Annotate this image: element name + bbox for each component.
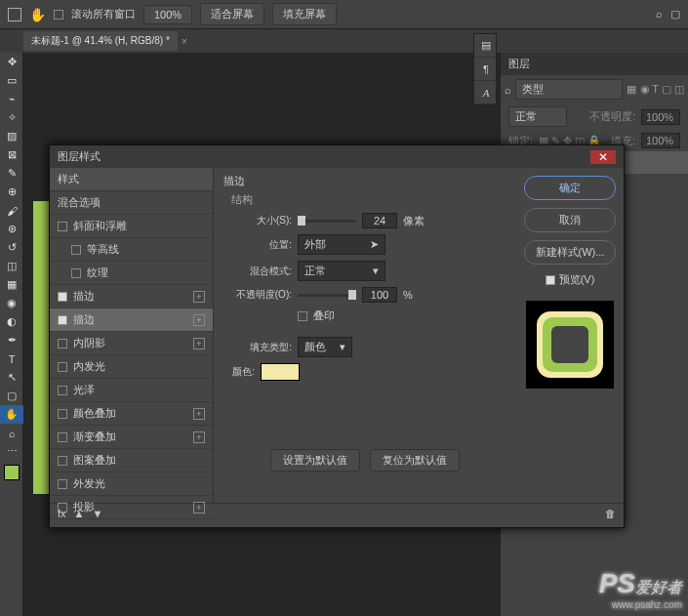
move-tool[interactable]: ✥ <box>0 53 23 71</box>
style-item[interactable]: 外发光 <box>50 472 213 496</box>
home-icon[interactable] <box>8 8 21 21</box>
brush-tool[interactable]: 🖌 <box>0 201 23 220</box>
down-icon[interactable]: ▼ <box>92 508 102 524</box>
path-tool[interactable]: ↖ <box>0 368 23 387</box>
position-select[interactable]: 外部➤ <box>298 234 385 255</box>
styles-header[interactable]: 样式 <box>50 168 213 191</box>
blending-options[interactable]: 混合选项 <box>50 191 213 215</box>
overprint-checkbox[interactable] <box>298 311 307 321</box>
add-effect-icon[interactable]: + <box>193 338 205 349</box>
up-icon[interactable]: ▲ <box>74 508 85 524</box>
gradient-tool[interactable]: ▦ <box>0 275 23 294</box>
size-field[interactable]: 24 <box>362 213 397 228</box>
fx-icon[interactable]: fx <box>58 508 66 524</box>
new-style-button[interactable]: 新建样式(W)... <box>524 240 616 265</box>
panel-tab-3[interactable]: A <box>474 81 498 104</box>
preview-checkbox[interactable] <box>546 275 555 285</box>
add-effect-icon[interactable]: + <box>193 408 205 420</box>
add-effect-icon[interactable]: + <box>193 431 205 443</box>
filter-icons[interactable]: ▦ ◉ T ▢ ◫ <box>627 83 684 96</box>
options-bar: ✋ 滚动所有窗口 100% 适合屏幕 填充屏幕 ⌕ ▢ <box>0 0 688 29</box>
opacity-field[interactable]: 100% <box>641 109 680 125</box>
style-checkbox[interactable] <box>58 479 67 489</box>
size-slider[interactable] <box>298 220 356 223</box>
blend-mode-select[interactable]: 正常 <box>508 106 567 127</box>
style-item[interactable]: 图案叠加 <box>50 449 213 472</box>
filter-icon[interactable]: ⌕ <box>505 84 511 96</box>
close-tab-icon[interactable]: × <box>182 35 187 47</box>
dialog-titlebar[interactable]: 图层样式 ✕ <box>50 145 624 168</box>
fit-screen-button[interactable]: 适合屏幕 <box>200 3 264 25</box>
style-checkbox[interactable] <box>58 292 67 302</box>
blur-tool[interactable]: ◉ <box>0 294 23 312</box>
document-tab[interactable]: 未标题-1 @ 41.4% (H, RGB/8) * <box>23 31 178 51</box>
filltype-select[interactable]: 颜色▾ <box>298 337 352 357</box>
style-checkbox[interactable] <box>58 409 67 419</box>
styles-list: 样式 混合选项 斜面和浮雕等高线纹理描边+描边+内阴影+内发光光泽颜色叠加+渐变… <box>50 168 214 503</box>
eyedropper-tool[interactable]: ✎ <box>0 164 23 183</box>
style-checkbox[interactable] <box>58 362 67 372</box>
add-effect-icon[interactable]: + <box>193 291 205 303</box>
edit-toolbar[interactable]: ⋯ <box>0 442 23 461</box>
style-item[interactable]: 渐变叠加+ <box>50 426 213 449</box>
zoom-field[interactable]: 100% <box>143 5 192 24</box>
type-tool[interactable]: T <box>0 349 23 368</box>
hand-tool[interactable]: ✋ <box>0 405 23 424</box>
set-default-button[interactable]: 设置为默认值 <box>270 449 360 472</box>
cancel-button[interactable]: 取消 <box>524 208 616 232</box>
foreground-color[interactable] <box>4 465 20 480</box>
style-label: 内阴影 <box>73 336 105 350</box>
reset-default-button[interactable]: 复位为默认值 <box>370 449 460 472</box>
style-item[interactable]: 内发光 <box>50 355 213 379</box>
style-checkbox[interactable] <box>58 386 67 395</box>
marquee-tool[interactable]: ▭ <box>0 71 23 90</box>
pen-tool[interactable]: ✒ <box>0 331 23 349</box>
trash-icon[interactable]: 🗑 <box>605 508 616 524</box>
blend-mode-select-dlg[interactable]: 正常▾ <box>298 261 385 281</box>
style-checkbox[interactable] <box>58 315 67 325</box>
style-checkbox[interactable] <box>58 222 67 231</box>
style-item[interactable]: 内阴影+ <box>50 332 213 355</box>
opacity-unit: % <box>403 289 413 301</box>
color-picker[interactable] <box>261 363 300 381</box>
opacity-field-dlg[interactable]: 100 <box>362 287 397 303</box>
add-effect-icon[interactable]: + <box>193 314 205 326</box>
structure-label: 结构 <box>231 192 506 207</box>
fill-screen-button[interactable]: 填充屏幕 <box>272 3 337 25</box>
eraser-tool[interactable]: ◫ <box>0 257 23 275</box>
search-icon[interactable]: ⌕ <box>656 8 663 21</box>
close-icon[interactable]: ✕ <box>590 150 616 164</box>
zoom-tool[interactable]: ⌕ <box>0 424 23 442</box>
style-item[interactable]: 纹理 <box>50 262 213 285</box>
filter-type-select[interactable]: 类型 <box>515 79 623 100</box>
frame-tool[interactable]: ⊠ <box>0 145 23 164</box>
panel-tab-1[interactable]: ▤ <box>474 34 498 58</box>
style-item[interactable]: 光泽 <box>50 379 213 402</box>
fill-field[interactable]: 100% <box>641 133 680 148</box>
style-checkbox[interactable] <box>58 339 67 349</box>
style-item[interactable]: 颜色叠加+ <box>50 402 213 426</box>
history-brush[interactable]: ↺ <box>0 238 23 257</box>
style-item[interactable]: 等高线 <box>50 238 213 262</box>
stamp-tool[interactable]: ⊛ <box>0 220 23 238</box>
add-effect-icon[interactable]: + <box>193 502 205 513</box>
ok-button[interactable]: 确定 <box>524 176 616 200</box>
style-checkbox[interactable] <box>58 456 67 466</box>
crop-tool[interactable]: ▨ <box>0 127 23 145</box>
style-checkbox[interactable] <box>71 245 81 255</box>
style-item[interactable]: 描边+ <box>50 285 213 308</box>
opacity-slider[interactable] <box>298 294 356 297</box>
workspace-icon[interactable]: ▢ <box>670 8 680 21</box>
panel-tab-2[interactable]: ¶ <box>474 58 498 81</box>
scroll-all-checkbox[interactable] <box>54 10 63 20</box>
dodge-tool[interactable]: ◐ <box>0 312 23 331</box>
hand-tool-icon[interactable]: ✋ <box>29 7 46 22</box>
style-item[interactable]: 斜面和浮雕 <box>50 215 213 238</box>
lasso-tool[interactable]: ⌁ <box>0 90 23 108</box>
heal-tool[interactable]: ⊕ <box>0 183 23 201</box>
style-item[interactable]: 描边+ <box>50 308 213 332</box>
shape-tool[interactable]: ▢ <box>0 387 23 405</box>
wand-tool[interactable]: ✧ <box>0 108 23 127</box>
style-checkbox[interactable] <box>71 268 81 278</box>
style-checkbox[interactable] <box>58 432 67 442</box>
